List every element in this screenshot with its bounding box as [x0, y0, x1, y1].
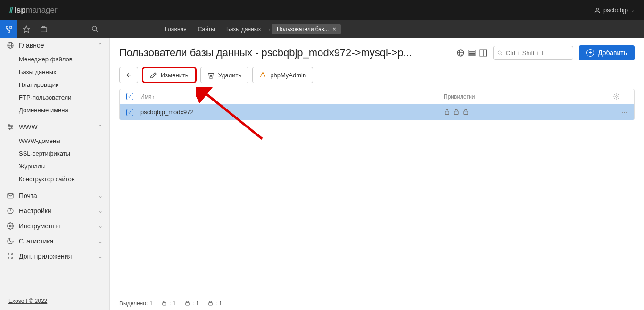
crumb-separator: ›: [266, 26, 272, 32]
sidebar-footer-link[interactable]: Exosoft © 2022: [0, 292, 109, 310]
status-stat-1: :1: [161, 300, 176, 307]
globe-icon[interactable]: [456, 49, 465, 57]
table-row[interactable]: ✓ pscbqbjp_modx972 ⋯: [120, 104, 634, 120]
sidebar-group-apps[interactable]: Доп. приложения ⌄: [0, 249, 109, 264]
sidebar-item-file-manager[interactable]: Менеджер файлов: [0, 53, 109, 66]
sidebar-item-ftp-users[interactable]: FTP-пользователи: [0, 91, 109, 104]
sidebar-group-tools[interactable]: Инструменты ⌄: [0, 218, 109, 234]
row-name: pscbqbjp_modx972: [140, 109, 444, 116]
chevron-down-icon: ⌄: [98, 193, 103, 199]
gear-icon: [613, 93, 619, 100]
add-button-label: Добавить: [598, 49, 627, 57]
pencil-icon: [150, 72, 157, 79]
svg-rect-3: [8, 30, 10, 32]
phpmyadmin-icon: [259, 72, 266, 79]
sidebar-item-site-builder[interactable]: Конструктор сайтов: [0, 173, 109, 185]
add-button[interactable]: + Добавить: [579, 45, 635, 60]
sidebar-group-label: WWW: [19, 123, 38, 131]
page-title: Пользователи базы данных - pscbqbjp_modx…: [119, 47, 451, 59]
list-icon[interactable]: [468, 49, 476, 57]
users-table: ✓ Имя↑ Привилегии ✓ pscbqbjp_modx972: [119, 89, 635, 120]
phpmyadmin-button[interactable]: phpMyAdmin: [252, 67, 313, 83]
close-icon[interactable]: ×: [332, 25, 336, 33]
top-bar: // ispmanager pscbqbjp ⌄: [0, 0, 644, 20]
svg-point-38: [616, 96, 617, 97]
row-privileges: [444, 109, 613, 116]
chevron-down-icon: ⌄: [98, 253, 103, 260]
svg-rect-43: [186, 302, 190, 305]
column-header-privileges[interactable]: Привилегии: [444, 93, 613, 100]
row-menu[interactable]: ⋯: [613, 109, 627, 116]
arrow-left-icon: [125, 72, 132, 79]
svg-point-18: [9, 128, 10, 130]
svg-point-24: [12, 254, 13, 255]
sidebar-group-mail[interactable]: Почта ⌄: [0, 188, 109, 203]
search-icon: [91, 25, 99, 33]
crumb-sites[interactable]: Сайты: [192, 24, 221, 35]
chevron-down-icon: ⌄: [98, 208, 103, 214]
crumb-home[interactable]: Главная: [159, 24, 192, 35]
lock-icon: [207, 300, 214, 306]
moon-icon: [7, 237, 14, 245]
row-checkbox[interactable]: ✓: [126, 109, 133, 116]
svg-point-8: [92, 26, 96, 31]
svg-rect-2: [10, 26, 12, 28]
svg-line-9: [96, 30, 98, 32]
lock-icon: [184, 300, 190, 306]
table-header: ✓ Имя↑ Привилегии: [120, 89, 634, 104]
user-menu[interactable]: pscbqbjp ⌄: [594, 7, 635, 14]
sidebar-group-settings[interactable]: Настройки ⌄: [0, 203, 109, 218]
logo-slashes-icon: //: [9, 5, 12, 15]
select-all-checkbox[interactable]: ✓: [126, 93, 133, 100]
sidebar-group-stats[interactable]: Статистика ⌄: [0, 234, 109, 249]
briefcase-icon[interactable]: [35, 20, 52, 38]
svg-marker-6: [23, 26, 29, 32]
sidebar-item-domains[interactable]: Доменные имена: [0, 104, 109, 117]
sidebar-item-scheduler[interactable]: Планировщик: [0, 78, 109, 91]
sidebar-group-main[interactable]: Главное ⌃: [0, 38, 109, 53]
sidebar-item-logs[interactable]: Журналы: [0, 160, 109, 173]
breadcrumbs: Главная Сайты Базы данных › Пользователи…: [159, 24, 341, 35]
header-action-icons: [456, 49, 487, 57]
nav-tree-icon[interactable]: [0, 20, 17, 38]
crumb-databases[interactable]: Базы данных: [221, 24, 266, 35]
svg-rect-30: [469, 50, 475, 51]
table-settings[interactable]: [613, 93, 627, 100]
edit-button-label: Изменить: [161, 72, 189, 79]
logo: // ispmanager: [9, 5, 58, 15]
sidebar-item-databases[interactable]: Базы данных: [0, 66, 109, 78]
svg-line-36: [501, 53, 502, 55]
svg-point-16: [8, 125, 10, 126]
search-input-wrap[interactable]: [493, 46, 573, 60]
sort-asc-icon: ↑: [152, 95, 155, 100]
svg-rect-1: [6, 26, 8, 28]
delete-button[interactable]: Удалить: [200, 67, 249, 83]
columns-icon[interactable]: [479, 49, 487, 57]
sidebar-item-ssl[interactable]: SSL-сертификаты: [0, 147, 109, 160]
sidebar-item-www-domains[interactable]: WWW-домены: [0, 134, 109, 147]
sidebar: Главное ⌃ Менеджер файлов Базы данных Пл…: [0, 38, 110, 310]
crumb-active-tab[interactable]: Пользователи баз... ×: [272, 24, 341, 34]
chevron-down-icon: ⌄: [98, 223, 103, 229]
user-icon: [594, 7, 601, 14]
chevron-up-icon: ⌃: [98, 124, 103, 130]
apps-icon: [7, 252, 14, 260]
trash-icon: [207, 72, 215, 79]
back-button[interactable]: [119, 67, 138, 83]
status-stat-2: :1: [184, 300, 199, 307]
column-header-name[interactable]: Имя↑: [140, 93, 444, 100]
svg-rect-31: [469, 52, 475, 54]
status-selected: Выделено: 1: [119, 300, 153, 307]
main-content: Пользователи базы данных - pscbqbjp_modx…: [110, 38, 644, 310]
phpmyadmin-button-label: phpMyAdmin: [270, 72, 306, 79]
star-icon[interactable]: [17, 20, 35, 38]
secondary-bar: Главная Сайты Базы данных › Пользователи…: [0, 20, 644, 38]
svg-rect-44: [209, 302, 213, 305]
sidebar-group-www[interactable]: WWW ⌃: [0, 119, 109, 134]
mail-icon: [7, 192, 14, 200]
privilege-icon: [453, 109, 460, 116]
sidebar-group-label: Доп. приложения: [19, 252, 72, 260]
global-search[interactable]: [52, 25, 137, 33]
search-input[interactable]: [506, 50, 570, 57]
edit-button[interactable]: Изменить: [142, 67, 197, 83]
